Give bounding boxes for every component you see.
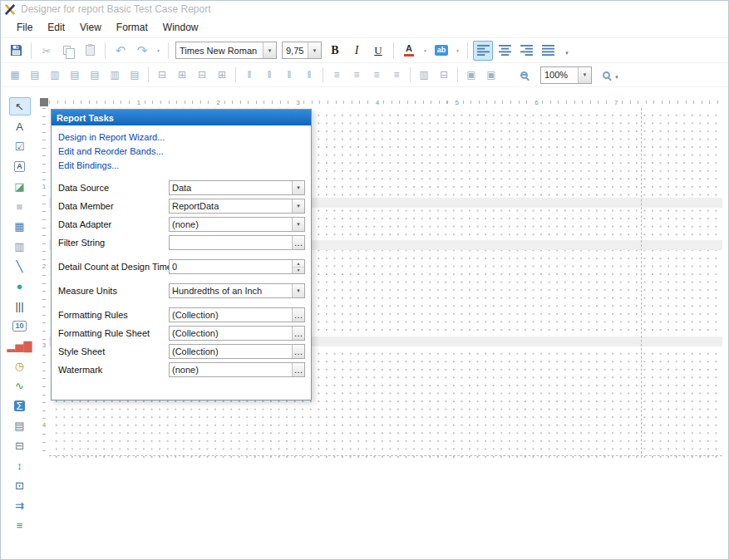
toolbox-item-toc[interactable]: ≡ [9,516,31,534]
menu-item-file[interactable]: File [9,19,40,36]
menu-item-view[interactable]: View [72,19,109,36]
ellipsis-button[interactable] [292,363,304,376]
chevron-down-icon[interactable] [263,42,276,58]
center-vertically-button[interactable]: ⊟ [435,66,453,84]
spin-down-icon[interactable] [293,268,304,274]
edit-and-reorder-bands-link[interactable]: Edit and Reorder Bands... [58,145,164,158]
paste-button[interactable] [80,41,100,61]
toolbox-item-barcode[interactable]: ||| [9,297,31,315]
copy-button[interactable] [58,41,78,61]
save-button[interactable] [6,41,26,61]
underline-button[interactable]: U [368,41,388,61]
ellipsis-button[interactable] [292,345,304,358]
increase-h-spacing-button[interactable]: ‖ [260,66,278,84]
toolbox-item-pointer[interactable]: ↖ [9,97,31,115]
font-name-combo[interactable]: Times New Roman [175,42,277,59]
toolbox-item-crossband-box[interactable]: ⊡ [9,476,31,494]
toolbox-item-panel[interactable]: ■ [9,197,31,215]
make-same-height-button[interactable]: ⊟ [193,66,211,84]
toolbox-item-gauge[interactable]: ◷ [9,356,31,375]
toolbox-item-zipcode[interactable]: 10 [9,317,31,335]
toolbox-item-shape[interactable]: ● [9,277,31,295]
center-horizontally-button[interactable]: ▥ [415,66,433,84]
field-control[interactable]: (Collection) [169,326,305,341]
redo-button[interactable] [132,41,152,61]
bring-to-front-button[interactable]: ▣ [462,66,480,84]
toolbox-item-pageinfo[interactable]: ▤ [9,416,31,435]
toolbox-item-pivotgrid[interactable]: Σ [9,396,31,415]
make-same-width-button[interactable]: ⊟ [153,66,171,84]
field-control[interactable]: ReportData [169,199,305,214]
toolbox-item-checkbox[interactable]: ☑ [9,137,31,155]
redo-dropdown-button[interactable] [154,41,163,61]
align-right-button[interactable] [516,41,536,61]
toolbox-item-subreport[interactable]: ⇉ [9,496,31,514]
field-control[interactable]: Data [169,180,305,195]
zoom-out-button[interactable] [514,65,534,85]
toolbox-item-chart[interactable]: ▂▅▇ [9,336,31,355]
dropdown-arrow-icon[interactable] [292,181,304,194]
remove-v-spacing-button[interactable]: ≡ [387,66,406,84]
toolbox-item-character-comb[interactable]: ▥ [9,237,31,255]
field-control[interactable]: (Collection) [169,307,305,322]
toolbox-item-line[interactable]: ╲ [9,257,31,275]
ellipsis-button[interactable] [292,236,304,249]
toolbox-item-richtext[interactable]: A [9,157,31,175]
spin-up-icon[interactable] [293,260,304,268]
dropdown-arrow-icon[interactable] [292,284,304,297]
align-to-grid-button[interactable]: ▦ [6,66,24,84]
decrease-h-spacing-button[interactable]: ‖ [280,66,298,84]
highlight-button[interactable]: ab [431,41,451,61]
menu-item-edit[interactable]: Edit [40,19,72,36]
make-same-size-button[interactable]: ⊞ [213,66,231,84]
align-bottoms-button[interactable]: ▤ [126,66,144,84]
field-control[interactable]: 0 [169,259,305,274]
increase-v-spacing-button[interactable]: ≡ [347,66,366,84]
spinner-buttons[interactable] [292,260,304,273]
undo-button[interactable] [111,41,131,61]
bold-button[interactable]: B [325,41,345,61]
toolbox-item-sparkline[interactable]: ∿ [9,376,31,395]
toolbox-item-picturebox[interactable]: ◪ [9,177,31,195]
align-centers-button[interactable]: ▥ [46,66,64,84]
cut-button[interactable] [37,41,57,61]
highlight-dropdown-button[interactable] [453,41,462,61]
zoom-button[interactable] [598,65,623,85]
design-in-report-wizard-link[interactable]: Design in Report Wizard... [58,131,165,144]
ellipsis-button[interactable] [292,327,304,340]
toolbox-item-table[interactable]: ▦ [9,217,31,235]
chevron-down-icon[interactable] [308,42,321,58]
toolbox-item-pagebreak[interactable]: ⊟ [9,436,31,454]
remove-h-spacing-button[interactable]: ‖ [300,66,318,84]
field-control[interactable]: Hundredths of an Inch [169,283,305,298]
send-to-back-button[interactable]: ▣ [482,66,500,84]
ellipsis-button[interactable] [292,308,304,322]
align-center-button[interactable] [495,41,515,61]
size-to-grid-button[interactable]: ⊞ [173,66,191,84]
align-tops-button[interactable]: ▤ [86,66,104,84]
dropdown-arrow-icon[interactable] [292,218,304,231]
make-v-spacing-equal-button[interactable]: ≡ [328,66,346,84]
align-lefts-button[interactable]: ▤ [26,66,44,84]
font-color-button[interactable]: A [399,41,419,61]
field-control[interactable]: (none) [169,217,305,232]
dropdown-arrow-icon[interactable] [292,199,304,213]
field-control[interactable] [169,235,305,250]
italic-button[interactable]: I [347,41,367,61]
align-left-button[interactable] [473,41,493,61]
chevron-down-icon[interactable] [578,67,591,83]
decrease-v-spacing-button[interactable]: ≡ [367,66,386,84]
zoom-combo[interactable]: 100% [540,66,592,84]
ruler-corner-button[interactable] [40,98,48,106]
justify-button[interactable] [538,41,558,61]
toolbox-item-crossband-line[interactable]: ↕ [9,456,31,474]
field-control[interactable]: (Collection) [169,344,305,359]
font-color-dropdown-button[interactable] [421,41,430,61]
font-size-combo[interactable]: 9,75 [282,42,322,59]
menu-item-format[interactable]: Format [109,19,155,36]
toolbox-item-label[interactable]: A [9,117,31,135]
align-middles-button[interactable]: ▥ [106,66,124,84]
align-rights-button[interactable]: ▤ [66,66,84,84]
toolbar-overflow-button[interactable] [559,41,574,61]
field-control[interactable]: (none) [169,362,305,377]
